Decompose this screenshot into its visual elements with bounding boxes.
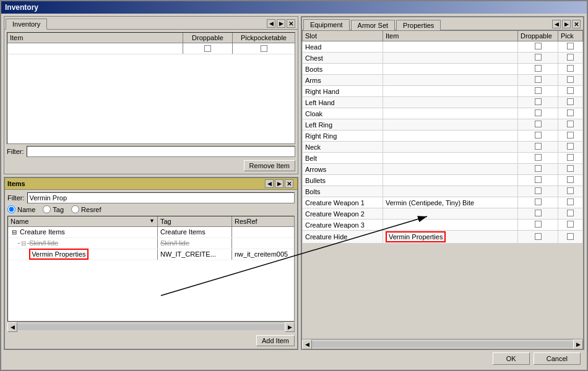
equipment-row[interactable]: Right Hand — [303, 86, 583, 97]
equip-droppable-checkbox[interactable] — [535, 132, 542, 139]
equipment-row[interactable]: Bullets — [303, 175, 583, 186]
items-close-btn[interactable]: ✕ — [285, 179, 293, 188]
equipment-row[interactable]: Left Ring — [303, 119, 583, 130]
equip-scroll-right[interactable]: ▶ — [573, 339, 583, 349]
items-filter-input[interactable] — [27, 192, 295, 203]
items-tab-prev-btn[interactable]: ◀ — [265, 179, 274, 188]
equip-pick-checkbox[interactable] — [567, 121, 574, 127]
equip-droppable-cell — [518, 53, 558, 64]
tab-next-btn[interactable]: ▶ — [277, 19, 285, 28]
equip-pick-checkbox[interactable] — [567, 98, 574, 105]
inventory-close-btn[interactable]: ✕ — [287, 19, 295, 28]
equipment-row[interactable]: Arrows — [303, 164, 583, 175]
tab-prev-btn[interactable]: ◀ — [267, 19, 275, 28]
equipment-row[interactable]: Creature Hide Vermin Properties — [303, 231, 583, 244]
subexpand-icon2[interactable]: ⊟ — [20, 240, 27, 247]
equipment-row[interactable]: Boots — [303, 64, 583, 75]
equip-pick-checkbox[interactable] — [567, 87, 574, 94]
equip-pick-checkbox[interactable] — [567, 210, 574, 216]
equip-pick-checkbox[interactable] — [567, 76, 574, 83]
add-item-button[interactable]: Add Item — [256, 335, 295, 346]
equip-tab-next[interactable]: ▶ — [562, 20, 571, 28]
subcategory-name: ⊟ Skin/Hide — [8, 238, 158, 249]
equip-tab-prev[interactable]: ◀ — [552, 20, 561, 28]
remove-item-button[interactable]: Remove Item — [244, 160, 295, 171]
equip-droppable-checkbox[interactable] — [535, 121, 542, 127]
equipment-row[interactable]: Creature Weapon 3 — [303, 220, 583, 231]
equipment-row[interactable]: Arms — [303, 75, 583, 86]
items-tab-next-btn[interactable]: ▶ — [275, 179, 283, 188]
equip-pick-checkbox[interactable] — [567, 233, 574, 240]
equip-pick-checkbox[interactable] — [567, 54, 574, 61]
equip-pick-checkbox[interactable] — [567, 109, 574, 116]
equip-pick-checkbox[interactable] — [567, 221, 574, 228]
equip-pick-checkbox[interactable] — [567, 165, 574, 172]
equipment-horizontal-scrollbar[interactable]: ◀ ▶ — [302, 339, 583, 349]
list-item[interactable]: ⊟ Creature Items Creature Items — [8, 227, 294, 238]
equipment-row[interactable]: Right Ring — [303, 130, 583, 142]
equip-pick-cell — [558, 130, 583, 142]
armor-set-tab[interactable]: Armor Set — [351, 20, 396, 30]
equip-pick-checkbox[interactable] — [567, 65, 574, 72]
scroll-track[interactable] — [17, 324, 285, 330]
equip-pick-checkbox[interactable] — [567, 143, 574, 150]
cancel-button[interactable]: Cancel — [534, 352, 581, 365]
ok-button[interactable]: OK — [493, 352, 530, 365]
inventory-tab[interactable]: Inventory — [6, 19, 47, 30]
radio-name-input[interactable] — [7, 205, 15, 213]
equip-pick-checkbox[interactable] — [567, 198, 574, 205]
equip-droppable-checkbox[interactable] — [535, 154, 542, 161]
equip-droppable-checkbox[interactable] — [535, 176, 542, 183]
equip-droppable-checkbox[interactable] — [535, 198, 542, 205]
equip-pick-checkbox[interactable] — [567, 176, 574, 183]
equip-droppable-checkbox[interactable] — [535, 76, 542, 83]
expand-icon[interactable]: ⊟ — [11, 229, 18, 236]
equip-pick-checkbox[interactable] — [567, 187, 574, 194]
equip-droppable-checkbox[interactable] — [535, 87, 542, 94]
equipment-row[interactable]: Creature Weapon 1 Vermin (Centipede, Tin… — [303, 197, 583, 208]
inventory-filter-input[interactable] — [27, 146, 296, 157]
equip-droppable-checkbox[interactable] — [535, 109, 542, 116]
radio-name-option[interactable]: Name — [7, 205, 35, 213]
main-panels: Inventory ◀ ▶ ✕ Item Droppable — [4, 16, 584, 350]
equip-droppable-checkbox[interactable] — [535, 233, 542, 240]
equip-droppable-checkbox[interactable] — [535, 210, 542, 216]
equip-pick-checkbox[interactable] — [567, 43, 574, 49]
items-horizontal-scrollbar[interactable]: ◀ ▶ — [7, 322, 295, 331]
list-item[interactable]: ⊟ Skin/Hide Skin/Hide — [8, 238, 294, 249]
inventory-pick-checkbox[interactable] — [261, 45, 267, 52]
inventory-droppable-checkbox[interactable] — [204, 45, 211, 52]
equipment-row[interactable]: Neck — [303, 142, 583, 153]
equip-droppable-checkbox[interactable] — [535, 43, 542, 49]
equip-droppable-checkbox[interactable] — [535, 165, 542, 172]
radio-resref-option[interactable]: Resref — [71, 205, 101, 213]
equip-droppable-checkbox[interactable] — [535, 143, 542, 150]
equipment-row[interactable]: Bolts — [303, 186, 583, 197]
equip-droppable-checkbox[interactable] — [535, 187, 542, 194]
radio-tag-input[interactable] — [43, 205, 51, 213]
equip-close-btn[interactable]: ✕ — [572, 20, 581, 28]
equipment-row[interactable]: Creature Weapon 2 — [303, 208, 583, 220]
equip-scroll-left[interactable]: ◀ — [302, 339, 312, 349]
equipment-row[interactable]: Left Hand — [303, 97, 583, 108]
radio-resref-input[interactable] — [71, 205, 79, 213]
equip-pick-checkbox[interactable] — [567, 132, 574, 139]
equip-droppable-checkbox[interactable] — [535, 54, 542, 61]
equipment-row[interactable]: Cloak — [303, 108, 583, 119]
scroll-left-btn[interactable]: ◀ — [7, 322, 17, 332]
equipment-row[interactable]: Belt — [303, 153, 583, 164]
radio-tag-option[interactable]: Tag — [43, 205, 64, 213]
list-item[interactable]: Vermin Properties NW_IT_CREITE... nw_it_… — [8, 249, 294, 260]
equipment-row[interactable]: Chest — [303, 53, 583, 64]
equipment-tab[interactable]: Equipment — [303, 19, 350, 30]
properties-tab[interactable]: Properties — [396, 20, 441, 30]
equip-droppable-checkbox[interactable] — [535, 65, 542, 72]
equip-pick-checkbox[interactable] — [567, 154, 574, 161]
equip-droppable-cell — [518, 231, 558, 244]
equip-droppable-checkbox[interactable] — [535, 98, 542, 105]
equip-item-cell — [383, 119, 518, 130]
equip-droppable-checkbox[interactable] — [535, 221, 542, 228]
scroll-right-btn[interactable]: ▶ — [285, 322, 295, 332]
equipment-row[interactable]: Head — [303, 41, 583, 53]
equip-scroll-track[interactable] — [312, 341, 573, 348]
